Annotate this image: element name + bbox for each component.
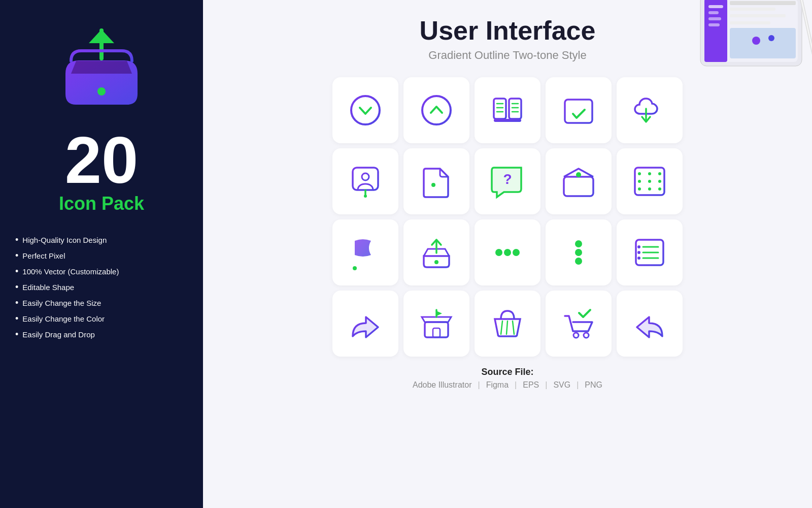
feature-item: Easily Change the Color	[15, 313, 188, 324]
icon-count: 20	[65, 127, 139, 193]
svg-point-60	[575, 240, 582, 247]
svg-point-47	[648, 172, 651, 175]
page-title: User Interface	[420, 15, 596, 46]
svg-rect-72	[433, 328, 440, 337]
left-panel: 20 Icon Pack High-Quality Icon Design Pe…	[0, 0, 203, 508]
svg-point-51	[658, 180, 661, 183]
svg-point-76	[573, 333, 579, 338]
svg-rect-30	[565, 100, 592, 123]
icon-chat-question: ?	[475, 148, 540, 214]
features-list: High-Quality Icon Design Perfect Pixel 1…	[15, 235, 188, 345]
icon-flag	[332, 219, 398, 285]
icon-open-book	[475, 77, 540, 143]
svg-point-19	[422, 96, 451, 124]
svg-rect-10	[730, 14, 786, 17]
icon-store	[403, 291, 469, 357]
feature-item: 100% Vector (Customizable)	[15, 266, 188, 277]
icon-chevron-up-circle	[403, 77, 469, 143]
divider-1: |	[478, 380, 480, 390]
svg-rect-3	[704, 0, 727, 62]
svg-rect-39	[564, 177, 593, 196]
svg-point-59	[513, 249, 520, 256]
svg-rect-12	[730, 28, 796, 58]
svg-rect-70	[425, 322, 448, 337]
icon-file	[403, 148, 469, 214]
icon-person-pin	[332, 148, 398, 214]
svg-rect-9	[730, 8, 775, 11]
icon-list-menu	[617, 219, 683, 285]
svg-point-49	[648, 187, 651, 190]
source-eps: EPS	[523, 380, 539, 390]
source-png: PNG	[585, 380, 602, 390]
source-adobe: Adobe Illustrator	[413, 380, 472, 390]
svg-point-45	[638, 180, 641, 183]
svg-point-54	[353, 266, 357, 270]
icon-upload-tray	[403, 219, 469, 285]
svg-point-62	[575, 258, 582, 265]
svg-point-67	[637, 245, 640, 248]
svg-point-44	[638, 172, 641, 175]
source-file-items: Adobe Illustrator | Figma | EPS | SVG | …	[413, 380, 602, 390]
pack-label: Icon Pack	[59, 193, 144, 214]
svg-text:?: ?	[503, 171, 512, 187]
svg-point-52	[658, 187, 661, 190]
divider-4: |	[577, 380, 579, 390]
icon-more-horizontal	[475, 219, 540, 285]
svg-point-69	[637, 257, 640, 260]
divider-2: |	[515, 380, 517, 390]
svg-point-18	[351, 96, 380, 124]
source-svg: SVG	[553, 380, 570, 390]
svg-point-40	[576, 172, 581, 177]
source-file-title: Source File:	[413, 367, 602, 377]
icons-grid: ?	[332, 77, 683, 357]
svg-point-14	[768, 35, 774, 41]
svg-rect-29	[494, 119, 521, 122]
icon-chevron-down-circle	[332, 77, 398, 143]
icon-grid-columns	[617, 148, 683, 214]
svg-line-75	[513, 321, 514, 334]
svg-point-68	[637, 251, 640, 254]
svg-rect-11	[730, 21, 770, 24]
svg-line-73	[506, 321, 507, 334]
feature-item: High-Quality Icon Design	[15, 235, 188, 245]
svg-point-35	[362, 173, 369, 180]
feature-item: Perfect Pixel	[15, 250, 188, 261]
svg-line-74	[501, 321, 502, 334]
divider-3: |	[545, 380, 547, 390]
svg-point-57	[495, 249, 502, 256]
svg-point-58	[504, 249, 511, 256]
feature-item: Easily Change the Size	[15, 298, 188, 308]
svg-point-48	[648, 180, 651, 183]
svg-point-50	[658, 172, 661, 175]
svg-rect-6	[708, 17, 721, 20]
tablet-mockup	[670, 0, 812, 102]
svg-point-77	[584, 333, 589, 338]
svg-rect-20	[494, 99, 506, 119]
svg-rect-7	[708, 23, 720, 26]
source-file-section: Source File: Adobe Illustrator | Figma |…	[413, 367, 602, 390]
icon-share	[332, 291, 398, 357]
svg-rect-5	[708, 11, 719, 14]
feature-item: Easily Drag and Drop	[15, 329, 188, 340]
icon-more-vertical	[546, 219, 612, 285]
svg-point-13	[752, 37, 760, 45]
icon-open-envelope	[546, 148, 612, 214]
svg-rect-4	[708, 5, 723, 8]
svg-point-56	[434, 260, 438, 264]
svg-rect-34	[353, 168, 378, 190]
source-figma: Figma	[486, 380, 509, 390]
svg-rect-21	[509, 99, 521, 119]
svg-point-0	[97, 87, 106, 96]
icon-reply	[617, 291, 683, 357]
right-panel: User Interface Gradient Outline Two-tone…	[203, 0, 812, 508]
svg-point-36	[364, 195, 367, 198]
svg-point-61	[575, 249, 582, 256]
icon-cart-check	[546, 291, 612, 357]
feature-item: Editable Shape	[15, 282, 188, 293]
hero-icon	[51, 20, 152, 112]
icon-calendar-check	[546, 77, 612, 143]
svg-point-46	[638, 187, 641, 190]
svg-rect-8	[730, 1, 796, 5]
svg-point-37	[431, 183, 435, 187]
page-subtitle: Gradient Outline Two-tone Style	[428, 49, 586, 62]
